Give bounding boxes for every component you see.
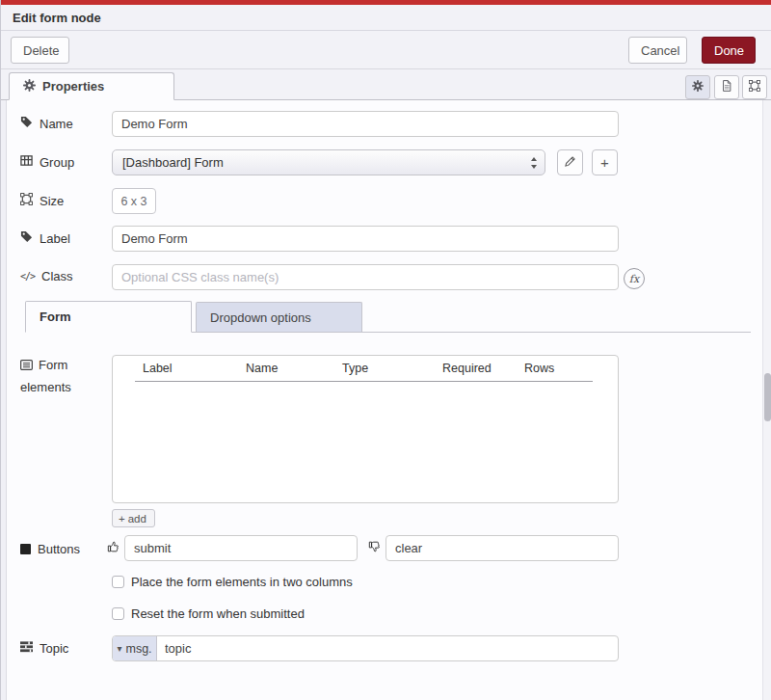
topic-value-input[interactable] <box>157 636 618 660</box>
buttons-field-label: Buttons <box>20 542 80 556</box>
gear-icon <box>692 80 704 94</box>
name-input[interactable] <box>112 111 619 137</box>
tab-properties-label: Properties <box>42 79 104 94</box>
clear-button-text-input[interactable] <box>386 535 619 561</box>
table-icon <box>20 154 33 170</box>
column-header: Label <box>143 362 173 375</box>
label-field-label: Label <box>20 230 70 246</box>
delete-button[interactable]: Delete <box>11 37 69 64</box>
tab-form[interactable]: Form <box>25 301 192 333</box>
scrollbar-track[interactable] <box>762 100 771 700</box>
label-input[interactable] <box>112 226 619 252</box>
expression-fx-button[interactable]: fx <box>624 268 645 289</box>
group-select[interactable]: [Dashboard] Form <box>112 149 545 175</box>
two-columns-option[interactable]: Place the form elements in two columns <box>112 575 353 589</box>
tasks-icon <box>20 640 33 656</box>
table-header-divider <box>135 381 593 382</box>
done-button[interactable]: Done <box>702 37 756 64</box>
square-icon <box>20 544 31 554</box>
thumbs-down-icon <box>368 540 382 553</box>
object-group-icon <box>749 80 760 94</box>
caret-down-icon: ▾ <box>117 643 121 654</box>
editor-tabbar: Properties <box>1 69 771 100</box>
column-header: Name <box>246 362 278 375</box>
form-elements-table[interactable]: Label Name Type Required Rows <box>112 355 619 503</box>
properties-panel: Name Group [Dashboard] Form + Size 6 x 3 <box>1 100 771 700</box>
column-header: Rows <box>524 362 554 375</box>
cancel-button[interactable]: Cancel <box>628 37 687 64</box>
description-tab-button[interactable] <box>714 75 739 99</box>
group-select-value: [Dashboard] Form <box>122 155 224 170</box>
plus-icon: + <box>119 513 125 525</box>
name-field-label: Name <box>20 116 73 131</box>
tab-properties[interactable]: Properties <box>9 72 174 100</box>
appearance-tab-button[interactable] <box>742 75 767 99</box>
column-header: Required <box>442 362 492 375</box>
size-button[interactable]: 6 x 3 <box>112 188 156 214</box>
list-alt-icon <box>20 357 33 377</box>
topic-typed-input: ▾ msg. <box>112 635 619 661</box>
object-group-icon <box>20 193 33 208</box>
checkbox-label: Reset the form when submitted <box>131 606 305 621</box>
add-group-button[interactable]: + <box>592 149 618 175</box>
class-field-label: </> Class <box>20 269 73 283</box>
form-elements-label: Form elements <box>20 355 99 397</box>
topic-type-select[interactable]: ▾ msg. <box>113 636 157 660</box>
checkbox[interactable] <box>112 607 124 620</box>
topic-type-label: msg. <box>125 642 151 656</box>
dialog-toolbar: Delete Cancel Done <box>1 31 771 69</box>
submit-button-text-input[interactable] <box>124 535 358 561</box>
tray-edge <box>1 100 7 700</box>
tab-dropdown-options[interactable]: Dropdown options <box>196 302 362 332</box>
plus-icon: + <box>600 154 609 171</box>
dialog-title: Edit form node <box>13 11 101 25</box>
select-arrows-icon <box>530 156 538 173</box>
tag-icon <box>20 230 33 246</box>
dialog-header: Edit form node <box>1 5 771 31</box>
add-element-button[interactable]: + add <box>112 509 155 527</box>
pencil-icon <box>564 154 576 171</box>
gear-icon <box>23 79 36 94</box>
edit-form-node-dialog: Edit form node Delete Cancel Done Proper… <box>0 0 771 700</box>
tag-icon <box>20 116 33 131</box>
scrollbar-thumb[interactable] <box>764 373 771 421</box>
group-field-label: Group <box>20 154 74 170</box>
topic-field-label: Topic <box>20 640 68 656</box>
form-subtabs: Form Dropdown options <box>25 302 751 333</box>
reset-on-submit-option[interactable]: Reset the form when submitted <box>112 606 305 621</box>
column-header: Type <box>342 362 368 375</box>
checkbox[interactable] <box>112 576 124 588</box>
add-element-label: add <box>128 513 146 525</box>
edit-group-button[interactable] <box>557 149 583 175</box>
file-icon <box>721 80 732 94</box>
thumbs-up-icon <box>107 540 120 553</box>
class-input[interactable] <box>112 264 619 290</box>
size-field-label: Size <box>20 193 64 208</box>
code-icon: </> <box>20 271 35 282</box>
properties-tab-button[interactable] <box>685 75 710 99</box>
checkbox-label: Place the form elements in two columns <box>131 575 353 589</box>
